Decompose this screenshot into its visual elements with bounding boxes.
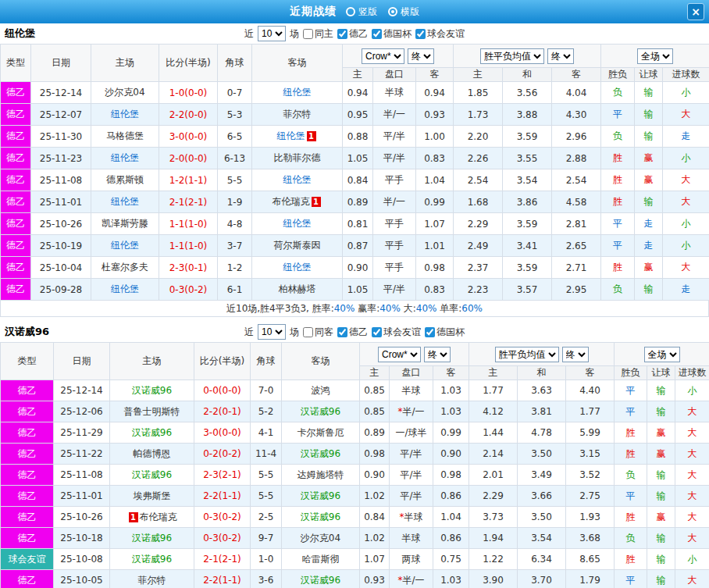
avg-type-select[interactable]: 胜平负均值 — [495, 347, 559, 362]
team-link[interactable]: 纽伦堡 — [283, 174, 312, 185]
team-link[interactable]: 沙尔克04 — [301, 533, 340, 543]
team-link[interactable]: 汉诺威96 — [132, 427, 172, 438]
league-checkbox[interactable] — [372, 327, 382, 337]
table-header: 类型 日期 主场 比分(半场) 角球 客场 Crow* 终 胜平负均值 — [1, 45, 709, 82]
team-link[interactable]: 埃弗斯堡 — [134, 490, 171, 501]
away-odds-cell: 1.03 — [433, 401, 469, 422]
match-row: 德乙25-10-18汉诺威960-3(0-2)9-7沙尔克041.02半球0.8… — [1, 528, 709, 549]
team-link[interactable]: 菲尔特 — [283, 109, 312, 119]
radio-horizontal-layout[interactable]: 横版 — [388, 5, 419, 19]
sub-col-handicap-result: 让球 — [647, 366, 675, 380]
odds-stage-select[interactable]: 终 — [408, 48, 434, 64]
team-link[interactable]: 布伦瑞克 — [140, 511, 177, 522]
team-link[interactable]: 马格德堡 — [106, 130, 144, 141]
team-link[interactable]: 汉诺威96 — [301, 406, 340, 417]
team-link[interactable]: 菲尔特 — [138, 575, 166, 586]
team-link[interactable]: 布伦瑞克 — [273, 196, 310, 207]
filter-league-3[interactable]: 球会友谊 — [415, 27, 465, 41]
home-team-cell: 纽伦堡 — [91, 279, 159, 301]
league-checkbox[interactable] — [337, 327, 347, 337]
result-cell: 负 — [601, 82, 635, 104]
league-checkbox[interactable] — [337, 29, 347, 39]
summary-segment: 60% — [461, 303, 483, 314]
team-link[interactable]: 汉诺威96 — [132, 554, 172, 565]
avg-away-cell: 2.96 — [552, 126, 601, 148]
odds-stage-select[interactable]: 终 — [424, 347, 451, 362]
team-link[interactable]: 纽伦堡 — [277, 130, 305, 141]
handicap-result-cell: 赢 — [647, 422, 675, 444]
filter-same-away[interactable]: 同客 — [303, 326, 333, 339]
match-row: 德乙25-09-28纽伦堡0-3(0-2)6-1柏林赫塔1.05平/半0.832… — [1, 279, 709, 301]
team-link[interactable]: 杜塞尔多夫 — [102, 262, 148, 273]
handicap-cell: 平手 — [373, 169, 416, 191]
filter-same-home[interactable]: 同主 — [303, 27, 333, 41]
filter-league-3[interactable]: 德国杯 — [425, 326, 465, 339]
team-link[interactable]: 纽伦堡 — [283, 218, 312, 229]
league-checkbox[interactable] — [372, 29, 382, 39]
league-cell: 德乙 — [1, 148, 31, 169]
home-odds-cell: 0.89 — [360, 422, 390, 444]
league-cell: 德乙 — [1, 401, 54, 422]
team-link[interactable]: 汉诺威96 — [132, 385, 172, 396]
filter-league-1[interactable]: 德乙 — [337, 326, 368, 339]
filter-league-2[interactable]: 德国杯 — [372, 27, 412, 41]
team-link[interactable]: 纽伦堡 — [111, 240, 139, 251]
scope-select[interactable]: 全场 — [637, 48, 673, 64]
team-link[interactable]: 波鸿 — [312, 385, 330, 396]
team-link[interactable]: 柏林赫塔 — [279, 283, 316, 294]
odds-company-select[interactable]: Crow* — [378, 347, 421, 362]
team-link[interactable]: 纽伦堡 — [111, 196, 139, 207]
avg-stage-select[interactable]: 终 — [562, 347, 589, 362]
filter-league-1[interactable]: 德乙 — [337, 27, 368, 41]
team-link[interactable]: 哈雷斯彻 — [302, 554, 340, 565]
team-link[interactable]: 汉诺威96 — [301, 490, 340, 501]
league-checkbox[interactable] — [425, 327, 435, 337]
team-link[interactable]: 帕德博恩 — [134, 448, 171, 459]
sub-col-odds-away: 客 — [433, 366, 469, 380]
away-odds-cell: 1.03 — [433, 380, 469, 401]
avg-type-select[interactable]: 胜平负均值 — [480, 48, 544, 64]
radio-vertical-layout[interactable]: 竖版 — [346, 5, 377, 19]
home-team-section: 纽伦堡 近 10 场 同主 德乙 德国杯 球 — [0, 23, 709, 317]
goals-result-cell: 大 — [663, 257, 709, 279]
corner-cell: 11-4 — [251, 444, 282, 465]
close-button[interactable]: × — [687, 3, 704, 20]
corner-cell: 7-0 — [251, 380, 282, 401]
team-link[interactable]: 纽伦堡 — [111, 283, 139, 294]
team-link[interactable]: 纽伦堡 — [283, 262, 312, 273]
recent-count-select[interactable]: 10 — [258, 324, 286, 340]
team-link[interactable]: 纽伦堡 — [283, 87, 312, 98]
avg-away-cell: 2.95 — [552, 279, 601, 301]
team-link[interactable]: 荷尔斯泰因 — [274, 240, 321, 251]
sub-col-handicap-result: 让球 — [635, 68, 663, 82]
team-link[interactable]: 纽伦堡 — [111, 109, 139, 119]
team-link[interactable]: 汉诺威96 — [301, 511, 340, 522]
team-link[interactable]: 汉诺威96 — [301, 448, 340, 459]
team-link[interactable]: 普鲁士明斯特 — [124, 406, 180, 417]
league-cell: 德乙 — [1, 82, 31, 104]
league-checkbox[interactable] — [415, 29, 426, 39]
recent-count-select[interactable]: 10 — [258, 26, 286, 41]
team-link[interactable]: 沙尔克04 — [105, 87, 144, 98]
team-link[interactable]: 达姆施塔特 — [297, 469, 344, 480]
filter-league-2[interactable]: 球会友谊 — [372, 326, 421, 339]
scope-select[interactable]: 全场 — [644, 347, 680, 362]
same-home-checkbox[interactable] — [303, 29, 313, 39]
match-table-body: 德乙25-12-14沙尔克041-0(0-0)0-7纽伦堡0.94半球0.941… — [1, 82, 709, 301]
team-link[interactable]: 汉诺威96 — [132, 533, 172, 543]
odds-company-select[interactable]: Crow* — [362, 48, 404, 64]
team-link[interactable]: 汉诺威96 — [301, 575, 340, 586]
home-odds-cell: 0.87 — [343, 235, 373, 257]
team-link[interactable]: 汉诺威96 — [132, 469, 172, 480]
team-link[interactable]: 比勒菲尔德 — [274, 152, 321, 163]
league-cell: 德乙 — [1, 169, 31, 191]
same-away-checkbox[interactable] — [303, 327, 313, 337]
team-link[interactable]: 卡尔斯鲁厄 — [297, 427, 344, 438]
team-link[interactable]: 纽伦堡 — [111, 152, 139, 163]
handicap-cell: 平手 — [373, 235, 416, 257]
avg-stage-select[interactable]: 终 — [547, 48, 574, 64]
away-odds-cell: 0.93 — [416, 104, 454, 126]
team-link[interactable]: 凯泽斯劳滕 — [102, 218, 148, 229]
team-link[interactable]: 德累斯顿 — [106, 174, 144, 185]
match-row: 德乙25-11-30马格德堡3-0(0-0)6-5纽伦堡10.88平/半1.00… — [1, 126, 709, 148]
